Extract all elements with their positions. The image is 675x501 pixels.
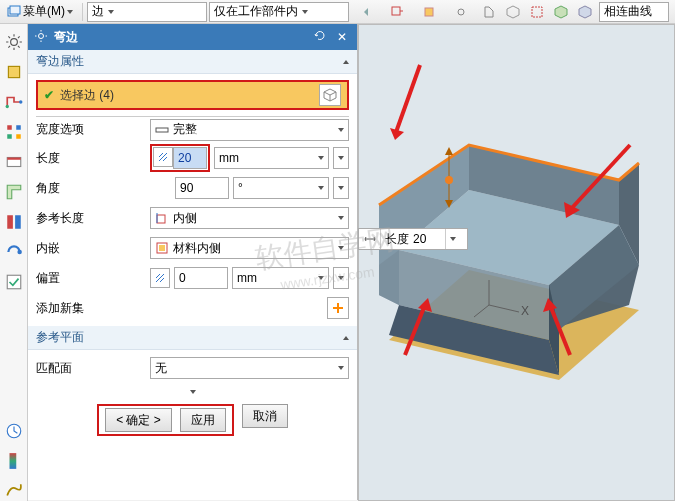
strip-icon-5[interactable] bbox=[4, 182, 24, 202]
ref-inside-icon bbox=[155, 211, 169, 225]
curve-dropdown[interactable]: 相连曲线 bbox=[599, 2, 669, 22]
filter-1-value: 边 bbox=[92, 3, 104, 20]
offset-measure-icon[interactable] bbox=[150, 268, 170, 288]
strip-icon-3[interactable] bbox=[4, 122, 24, 142]
width-full-icon bbox=[155, 123, 169, 137]
ref-length-row: 参考长度 内侧 bbox=[36, 206, 349, 230]
toolbar-btn-5[interactable] bbox=[479, 2, 499, 22]
add-set-label: 添加新集 bbox=[36, 300, 84, 317]
toolbar-btn-6[interactable] bbox=[503, 2, 523, 22]
angle-input[interactable] bbox=[175, 177, 229, 199]
strip-icon-4[interactable] bbox=[4, 152, 24, 172]
offset-row: 偏置 mm bbox=[36, 266, 349, 290]
strip-icon-1[interactable] bbox=[4, 62, 24, 82]
toolbar-btn-8[interactable] bbox=[551, 2, 571, 22]
chevron-up-icon bbox=[343, 336, 349, 340]
cancel-button[interactable]: 取消 bbox=[242, 404, 288, 428]
strip-icon-7[interactable] bbox=[4, 242, 24, 262]
inset-value: 材料内侧 bbox=[173, 240, 221, 257]
apply-button[interactable]: 应用 bbox=[180, 408, 226, 432]
length-unit: mm bbox=[219, 151, 239, 165]
floating-length-label: 长度 bbox=[381, 231, 413, 248]
toolbar-btn-2[interactable] bbox=[383, 2, 411, 22]
ref-length-dropdown[interactable]: 内侧 bbox=[150, 207, 349, 229]
bend-props-title: 弯边属性 bbox=[36, 53, 84, 70]
measure-icon[interactable] bbox=[153, 147, 173, 167]
toolbar-btn-3[interactable] bbox=[415, 2, 443, 22]
svg-rect-7 bbox=[8, 66, 19, 77]
width-option-dropdown[interactable]: 完整 bbox=[150, 119, 349, 141]
offset-unit-dropdown[interactable]: mm bbox=[232, 267, 329, 289]
length-input[interactable] bbox=[173, 147, 207, 169]
3d-viewport[interactable]: X bbox=[358, 24, 675, 501]
ok-button[interactable]: < 确定 > bbox=[105, 408, 172, 432]
gear-tab-icon[interactable] bbox=[4, 32, 24, 52]
ref-plane-header[interactable]: 参考平面 bbox=[28, 326, 357, 350]
flange-panel: 弯边 ✕ 弯边属性 ✔ 选择边 (4) 宽度选项 完整 长度 m bbox=[28, 24, 358, 500]
filter-2-value: 仅在工作部件内 bbox=[214, 3, 298, 20]
strip-icon-8[interactable] bbox=[4, 272, 24, 292]
top-toolbar: 菜单(M) 边 仅在工作部件内 相连曲线 bbox=[0, 0, 675, 24]
ref-plane-title: 参考平面 bbox=[36, 329, 84, 346]
filter-dropdown-2[interactable]: 仅在工作部件内 bbox=[209, 2, 349, 22]
menu-button[interactable]: 菜单(M) bbox=[2, 2, 78, 22]
svg-point-32 bbox=[445, 176, 453, 184]
angle-unit-dropdown[interactable]: ° bbox=[233, 177, 329, 199]
collapse-caret[interactable] bbox=[28, 386, 357, 398]
chevron-down-icon bbox=[67, 10, 73, 14]
add-set-row: 添加新集 bbox=[36, 296, 349, 320]
length-row: 长度 mm bbox=[36, 146, 349, 170]
bend-props-body: ✔ 选择边 (4) 宽度选项 完整 长度 mm 角度 bbox=[28, 74, 357, 326]
left-icon-strip bbox=[0, 24, 28, 501]
svg-rect-1 bbox=[10, 6, 20, 14]
width-option-row: 宽度选项 完整 bbox=[36, 116, 349, 140]
svg-rect-10 bbox=[7, 125, 12, 130]
svg-rect-26 bbox=[159, 245, 165, 251]
strip-icon-sketch[interactable] bbox=[4, 481, 24, 501]
toolbar-btn-1[interactable] bbox=[359, 2, 379, 22]
svg-point-4 bbox=[458, 9, 464, 15]
ref-length-value: 内侧 bbox=[173, 210, 197, 227]
floating-length-field[interactable]: 长度 bbox=[358, 228, 468, 250]
angle-label: 角度 bbox=[36, 180, 146, 197]
svg-rect-11 bbox=[7, 134, 12, 139]
floating-length-input[interactable] bbox=[413, 230, 445, 248]
angle-extra-dropdown[interactable] bbox=[333, 177, 349, 199]
strip-icon-gradient[interactable] bbox=[4, 451, 24, 471]
separator bbox=[82, 3, 83, 21]
toolbar-btn-4[interactable] bbox=[447, 2, 475, 22]
cube-icon[interactable] bbox=[319, 84, 341, 106]
strip-icon-6[interactable] bbox=[4, 212, 24, 232]
strip-icon-2[interactable] bbox=[4, 92, 24, 112]
svg-rect-15 bbox=[7, 158, 21, 160]
add-set-button[interactable] bbox=[327, 297, 349, 319]
floating-length-dd[interactable] bbox=[445, 229, 459, 249]
svg-rect-5 bbox=[532, 7, 542, 17]
inset-dropdown[interactable]: 材料内侧 bbox=[150, 237, 349, 259]
toolbar-btn-9[interactable] bbox=[575, 2, 595, 22]
width-option-value: 完整 bbox=[173, 121, 197, 138]
select-edge-row[interactable]: ✔ 选择边 (4) bbox=[36, 80, 349, 110]
offset-extra-dropdown[interactable] bbox=[333, 267, 349, 289]
offset-label: 偏置 bbox=[36, 270, 146, 287]
svg-point-9 bbox=[19, 100, 22, 103]
strip-icon-clock[interactable] bbox=[4, 421, 24, 441]
filter-dropdown-1[interactable]: 边 bbox=[87, 2, 207, 22]
check-icon: ✔ bbox=[44, 88, 54, 102]
offset-input[interactable] bbox=[174, 267, 228, 289]
length-unit-dropdown[interactable]: mm bbox=[214, 147, 329, 169]
toolbar-btn-7[interactable] bbox=[527, 2, 547, 22]
svg-rect-16 bbox=[7, 215, 13, 229]
svg-rect-23 bbox=[156, 128, 168, 132]
match-face-label: 匹配面 bbox=[36, 360, 146, 377]
close-icon[interactable]: ✕ bbox=[333, 28, 351, 46]
bend-props-header[interactable]: 弯边属性 bbox=[28, 50, 357, 74]
svg-point-22 bbox=[39, 33, 44, 38]
panel-reset-icon[interactable] bbox=[313, 29, 327, 46]
match-face-row: 匹配面 无 bbox=[36, 356, 349, 380]
match-face-dropdown[interactable]: 无 bbox=[150, 357, 349, 379]
panel-title: 弯边 bbox=[54, 29, 307, 46]
menu-label: 菜单(M) bbox=[23, 3, 65, 20]
chevron-up-icon bbox=[343, 60, 349, 64]
length-extra-dropdown[interactable] bbox=[333, 147, 349, 169]
